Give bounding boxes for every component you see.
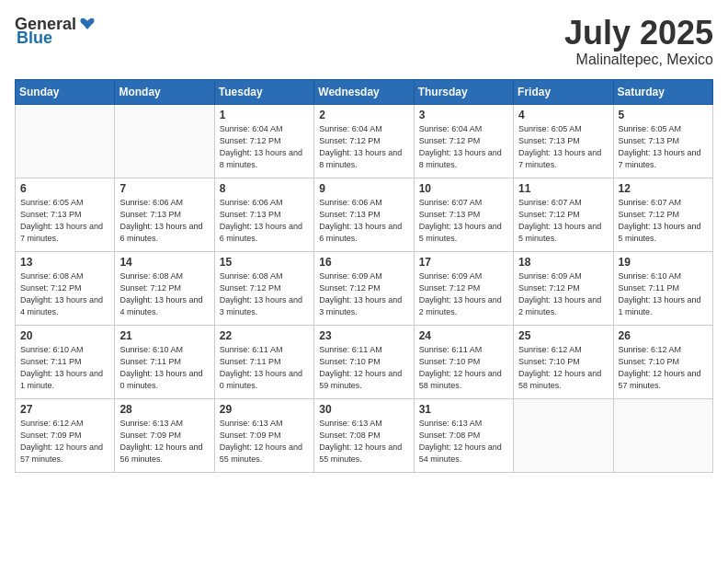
day-number: 3 xyxy=(419,109,508,121)
day-info: Sunrise: 6:08 AM Sunset: 7:12 PM Dayligh… xyxy=(119,270,209,318)
day-info: Sunrise: 6:08 AM Sunset: 7:12 PM Dayligh… xyxy=(220,270,309,318)
weekday-header: Friday xyxy=(514,79,613,104)
weekday-header: Monday xyxy=(115,79,214,104)
day-number: 29 xyxy=(220,403,309,416)
logo-blue: Blue xyxy=(17,29,52,48)
day-info: Sunrise: 6:09 AM Sunset: 7:12 PM Dayligh… xyxy=(419,270,508,318)
day-number: 1 xyxy=(220,109,309,121)
calendar-cell: 16 Sunrise: 6:09 AM Sunset: 7:12 PM Dayl… xyxy=(314,251,414,325)
calendar-cell: 23 Sunrise: 6:11 AM Sunset: 7:10 PM Dayl… xyxy=(314,325,414,398)
calendar-cell: 28 Sunrise: 6:13 AM Sunset: 7:09 PM Dayl… xyxy=(115,398,214,472)
day-number: 21 xyxy=(119,329,209,342)
day-info: Sunrise: 6:12 AM Sunset: 7:10 PM Dayligh… xyxy=(619,344,708,392)
day-number: 24 xyxy=(419,329,508,342)
calendar-week-row: 27 Sunrise: 6:12 AM Sunset: 7:09 PM Dayl… xyxy=(16,398,713,472)
calendar-cell: 4 Sunrise: 6:05 AM Sunset: 7:13 PM Dayli… xyxy=(514,104,613,178)
day-number: 8 xyxy=(220,182,309,195)
day-number: 2 xyxy=(319,109,408,121)
day-number: 18 xyxy=(518,256,608,269)
day-info: Sunrise: 6:04 AM Sunset: 7:12 PM Dayligh… xyxy=(319,123,408,171)
day-number: 19 xyxy=(619,256,708,269)
day-info: Sunrise: 6:11 AM Sunset: 7:11 PM Dayligh… xyxy=(220,344,309,392)
day-info: Sunrise: 6:13 AM Sunset: 7:09 PM Dayligh… xyxy=(220,418,309,465)
calendar-cell xyxy=(613,398,712,472)
calendar-cell: 15 Sunrise: 6:08 AM Sunset: 7:12 PM Dayl… xyxy=(214,251,313,325)
calendar-cell: 27 Sunrise: 6:12 AM Sunset: 7:09 PM Dayl… xyxy=(16,398,115,472)
bird-icon xyxy=(78,16,97,34)
calendar-cell: 5 Sunrise: 6:05 AM Sunset: 7:13 PM Dayli… xyxy=(613,104,712,178)
calendar-cell: 13 Sunrise: 6:08 AM Sunset: 7:12 PM Dayl… xyxy=(16,251,115,325)
calendar-cell xyxy=(16,104,115,178)
day-number: 7 xyxy=(119,182,209,195)
day-number: 4 xyxy=(518,109,608,121)
day-number: 9 xyxy=(319,182,408,195)
day-info: Sunrise: 6:13 AM Sunset: 7:09 PM Dayligh… xyxy=(119,418,209,465)
day-info: Sunrise: 6:05 AM Sunset: 7:13 PM Dayligh… xyxy=(518,123,608,171)
day-number: 10 xyxy=(419,182,508,195)
day-number: 28 xyxy=(119,403,209,416)
day-info: Sunrise: 6:13 AM Sunset: 7:08 PM Dayligh… xyxy=(319,418,408,465)
day-info: Sunrise: 6:10 AM Sunset: 7:11 PM Dayligh… xyxy=(20,344,109,392)
calendar-cell: 24 Sunrise: 6:11 AM Sunset: 7:10 PM Dayl… xyxy=(414,325,513,398)
weekday-header: Wednesday xyxy=(314,79,414,104)
weekday-header: Thursday xyxy=(414,79,513,104)
day-info: Sunrise: 6:07 AM Sunset: 7:13 PM Dayligh… xyxy=(419,197,508,245)
calendar-cell: 2 Sunrise: 6:04 AM Sunset: 7:12 PM Dayli… xyxy=(314,104,414,178)
calendar-cell xyxy=(115,104,214,178)
day-number: 16 xyxy=(319,256,408,269)
weekday-header: Saturday xyxy=(613,79,712,104)
day-number: 26 xyxy=(619,329,708,342)
calendar-cell: 29 Sunrise: 6:13 AM Sunset: 7:09 PM Dayl… xyxy=(214,398,313,472)
calendar-cell: 31 Sunrise: 6:13 AM Sunset: 7:08 PM Dayl… xyxy=(414,398,513,472)
calendar-cell: 14 Sunrise: 6:08 AM Sunset: 7:12 PM Dayl… xyxy=(115,251,214,325)
calendar-week-row: 1 Sunrise: 6:04 AM Sunset: 7:12 PM Dayli… xyxy=(16,104,713,178)
calendar-cell: 6 Sunrise: 6:05 AM Sunset: 7:13 PM Dayli… xyxy=(16,178,115,251)
day-info: Sunrise: 6:06 AM Sunset: 7:13 PM Dayligh… xyxy=(220,197,309,245)
calendar-cell: 22 Sunrise: 6:11 AM Sunset: 7:11 PM Dayl… xyxy=(214,325,313,398)
day-info: Sunrise: 6:04 AM Sunset: 7:12 PM Dayligh… xyxy=(220,123,309,171)
day-number: 30 xyxy=(319,403,408,416)
day-number: 11 xyxy=(518,182,608,195)
day-info: Sunrise: 6:07 AM Sunset: 7:12 PM Dayligh… xyxy=(518,197,608,245)
weekday-header: Tuesday xyxy=(214,79,313,104)
title-section: July 2025 Malinaltepec, Mexico xyxy=(564,15,713,68)
calendar-cell: 7 Sunrise: 6:06 AM Sunset: 7:13 PM Dayli… xyxy=(115,178,214,251)
day-number: 27 xyxy=(20,403,109,416)
calendar-cell: 8 Sunrise: 6:06 AM Sunset: 7:13 PM Dayli… xyxy=(214,178,313,251)
calendar-cell: 12 Sunrise: 6:07 AM Sunset: 7:12 PM Dayl… xyxy=(613,178,712,251)
day-number: 22 xyxy=(220,329,309,342)
day-info: Sunrise: 6:06 AM Sunset: 7:13 PM Dayligh… xyxy=(319,197,408,245)
calendar-cell: 17 Sunrise: 6:09 AM Sunset: 7:12 PM Dayl… xyxy=(414,251,513,325)
day-info: Sunrise: 6:10 AM Sunset: 7:11 PM Dayligh… xyxy=(619,270,708,318)
month-title: July 2025 xyxy=(564,15,713,52)
calendar-week-row: 13 Sunrise: 6:08 AM Sunset: 7:12 PM Dayl… xyxy=(16,251,713,325)
day-info: Sunrise: 6:12 AM Sunset: 7:10 PM Dayligh… xyxy=(518,344,608,392)
day-number: 25 xyxy=(518,329,608,342)
logo: General Blue xyxy=(15,15,97,48)
day-number: 15 xyxy=(220,256,309,269)
day-info: Sunrise: 6:11 AM Sunset: 7:10 PM Dayligh… xyxy=(419,344,508,392)
day-info: Sunrise: 6:05 AM Sunset: 7:13 PM Dayligh… xyxy=(619,123,708,171)
day-info: Sunrise: 6:12 AM Sunset: 7:09 PM Dayligh… xyxy=(20,418,109,465)
calendar-cell: 19 Sunrise: 6:10 AM Sunset: 7:11 PM Dayl… xyxy=(613,251,712,325)
day-number: 17 xyxy=(419,256,508,269)
day-info: Sunrise: 6:09 AM Sunset: 7:12 PM Dayligh… xyxy=(319,270,408,318)
calendar-table: SundayMondayTuesdayWednesdayThursdayFrid… xyxy=(15,79,713,473)
calendar-week-row: 20 Sunrise: 6:10 AM Sunset: 7:11 PM Dayl… xyxy=(16,325,713,398)
calendar-cell xyxy=(514,398,613,472)
calendar-cell: 26 Sunrise: 6:12 AM Sunset: 7:10 PM Dayl… xyxy=(613,325,712,398)
calendar-cell: 20 Sunrise: 6:10 AM Sunset: 7:11 PM Dayl… xyxy=(16,325,115,398)
calendar-cell: 25 Sunrise: 6:12 AM Sunset: 7:10 PM Dayl… xyxy=(514,325,613,398)
day-info: Sunrise: 6:13 AM Sunset: 7:08 PM Dayligh… xyxy=(419,418,508,465)
day-info: Sunrise: 6:06 AM Sunset: 7:13 PM Dayligh… xyxy=(119,197,209,245)
day-info: Sunrise: 6:09 AM Sunset: 7:12 PM Dayligh… xyxy=(518,270,608,318)
weekday-header: Sunday xyxy=(16,79,115,104)
calendar-cell: 9 Sunrise: 6:06 AM Sunset: 7:13 PM Dayli… xyxy=(314,178,414,251)
day-info: Sunrise: 6:05 AM Sunset: 7:13 PM Dayligh… xyxy=(20,197,109,245)
day-info: Sunrise: 6:04 AM Sunset: 7:12 PM Dayligh… xyxy=(419,123,508,171)
calendar-cell: 10 Sunrise: 6:07 AM Sunset: 7:13 PM Dayl… xyxy=(414,178,513,251)
day-info: Sunrise: 6:07 AM Sunset: 7:12 PM Dayligh… xyxy=(619,197,708,245)
day-info: Sunrise: 6:11 AM Sunset: 7:10 PM Dayligh… xyxy=(319,344,408,392)
weekday-header-row: SundayMondayTuesdayWednesdayThursdayFrid… xyxy=(16,79,713,104)
day-info: Sunrise: 6:08 AM Sunset: 7:12 PM Dayligh… xyxy=(20,270,109,318)
